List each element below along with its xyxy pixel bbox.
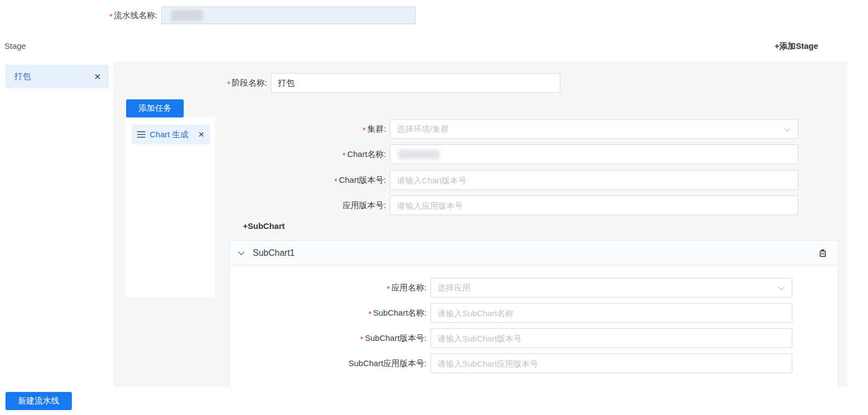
subchart-app-version-label: SubChart应用版本号: [328,358,427,369]
chart-name-row: * Chart名称: [294,144,798,164]
stage-name-label-text: 阶段名称: [232,78,267,88]
drag-handle-icon[interactable] [137,134,145,135]
close-icon[interactable]: ✕ [198,131,205,138]
subchart-app-name-label-text: 应用名称: [392,283,427,293]
stage-tab-label: 打包 [14,71,94,82]
redacted-value [398,150,440,159]
subchart-header[interactable]: SubChart1 [229,241,838,266]
task-list-panel: Chart 生成 ✕ [126,117,215,297]
subchart-title: SubChart1 [253,248,295,258]
required-marker: * [109,12,112,21]
subchart-panel: SubChart1 * 应用名称: 选择应用 [229,240,838,387]
required-marker: * [387,284,389,293]
cluster-label: * 集群: [294,124,386,134]
chart-name-input[interactable] [390,144,798,164]
stage-name-label: * 阶段名称: [207,78,267,88]
delete-subchart-button[interactable] [819,249,827,257]
subchart-version-input[interactable] [430,328,792,348]
chevron-down-icon[interactable] [238,249,244,255]
subchart-app-name-row: * 应用名称: 选择应用 [328,278,792,298]
subchart-name-label-text: SubChart名称: [373,308,427,318]
subchart-version-row: * SubChart版本号: [328,328,792,348]
app-version-label: 应用版本号: [294,200,386,211]
stage-tab-dabao[interactable]: 打包 ✕ [5,65,109,88]
chevron-down-icon [784,125,790,131]
create-pipeline-button[interactable]: 新建流水线 [5,392,72,410]
cluster-select-placeholder: 选择环境/集群 [397,124,449,134]
subchart-app-version-row: SubChart应用版本号: [328,354,792,373]
required-marker: * [334,177,337,186]
cluster-row: * 集群: 选择环境/集群 [294,119,798,139]
pipeline-editor-page: * 流水线名称: Stage +添加Stage 打包 ✕ * 阶段名称: 添加任… [0,0,868,415]
subchart-version-label: * SubChart版本号: [328,333,427,344]
subchart-name-row: * SubChart名称: [328,303,792,323]
subchart-name-label: * SubChart名称: [328,308,427,318]
pipeline-name-label-text: 流水线名称: [114,10,157,21]
required-marker: * [360,335,363,344]
subchart-app-name-label: * 应用名称: [328,283,427,293]
task-item-chart-generate[interactable]: Chart 生成 ✕ [132,125,210,144]
subchart-app-version-input[interactable] [430,354,792,373]
pipeline-name-input[interactable] [161,7,416,24]
chart-version-input[interactable] [390,170,798,190]
add-task-button[interactable]: 添加任务 [126,99,184,117]
pipeline-name-label: * 流水线名称: [82,10,157,21]
cluster-label-text: 集群: [367,124,386,134]
close-icon[interactable]: ✕ [94,72,101,81]
stage-name-row: * 阶段名称: [207,73,560,93]
required-marker: * [368,310,371,318]
stage-panel: * 阶段名称: 添加任务 Chart 生成 ✕ * 集群: 选择环境/集群 [114,61,847,387]
app-version-input[interactable] [390,195,798,215]
redacted-value [171,10,203,21]
chevron-down-icon [778,284,784,290]
subchart-version-label-text: SubChart版本号: [365,333,427,344]
stage-section-title: Stage [4,41,26,51]
stage-name-input[interactable] [271,73,560,93]
subchart-app-select-placeholder: 选择应用 [438,283,470,293]
app-version-row: 应用版本号: [294,195,798,215]
cluster-select[interactable]: 选择环境/集群 [390,119,798,139]
chart-name-label: * Chart名称: [294,149,386,160]
chart-version-row: * Chart版本号: [294,170,798,190]
required-marker: * [227,80,230,88]
subchart-name-input[interactable] [430,303,792,323]
add-stage-button[interactable]: +添加Stage [774,41,818,52]
chart-name-label-text: Chart名称: [347,149,386,160]
pipeline-name-row: * 流水线名称: [82,7,416,24]
required-marker: * [343,151,345,160]
chart-version-label-text: Chart版本号: [339,175,386,186]
subchart-app-version-label-text: SubChart应用版本号: [348,358,427,369]
trash-icon [819,249,827,257]
subchart-app-select[interactable]: 选择应用 [430,278,792,298]
app-version-label-text: 应用版本号: [343,200,386,211]
task-item-label: Chart 生成 [150,130,193,140]
chart-version-label: * Chart版本号: [294,175,386,186]
add-subchart-button[interactable]: +SubChart [243,221,285,231]
required-marker: * [362,126,365,134]
